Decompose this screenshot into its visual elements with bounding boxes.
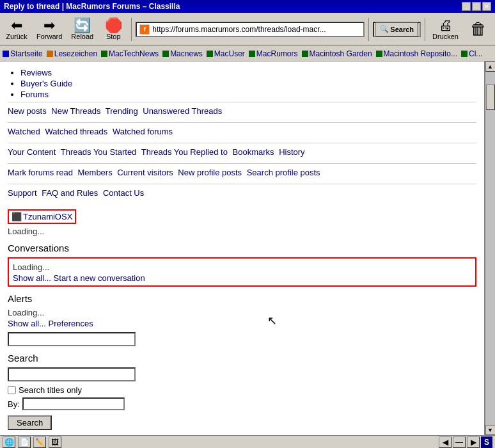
search-titles-only-checkbox[interactable] (8, 386, 16, 394)
window-controls[interactable]: _ □ × (462, 2, 491, 11)
conversations-title: Conversations (8, 243, 476, 253)
user-box[interactable]: ⬛TzunamiOSX (8, 209, 76, 224)
scrollbar-track[interactable] (485, 72, 496, 425)
nav-watched[interactable]: Watched (8, 127, 40, 136)
bookmark-mactechnews[interactable]: MacTechNews (101, 49, 159, 58)
content-wrapper: Reviews Buyer's Guide Forums New posts N… (0, 61, 495, 435)
search-toolbar-button[interactable]: 🔍 Search (375, 22, 418, 36)
alerts-links: Show all... Preferences (8, 319, 476, 328)
scroll-down-btn[interactable]: ▼ (485, 425, 496, 435)
alerts-title: Alerts (8, 293, 476, 304)
alerts-preferences[interactable]: Preferences (49, 319, 93, 328)
search-input[interactable] (8, 367, 136, 381)
bookmark-macrumors[interactable]: MacRumors (249, 49, 298, 58)
bookmark-label-2: MacTechNews (109, 49, 159, 58)
nav-forums[interactable]: Forums (20, 90, 49, 99)
reload-icon: 🔄 (74, 19, 91, 33)
nav-new-threads[interactable]: New Threads (51, 106, 100, 116)
alerts-section: Alerts Loading... Show all... Preference… (8, 293, 476, 346)
back-icon: ⬅ (11, 19, 22, 33)
nav-buyers-guide[interactable]: Buyer's Guide (20, 79, 72, 88)
status-icon-0[interactable]: 🌐 (3, 436, 15, 448)
search-by-row: By: (8, 397, 476, 410)
bookmark-icon-3 (162, 51, 169, 57)
search-submit-button[interactable]: Search (8, 415, 52, 430)
status-icon-1[interactable]: 📄 (18, 436, 31, 448)
status-right: ◀ — ▶ S (439, 436, 492, 448)
nav-new-posts[interactable]: New posts (8, 106, 47, 116)
nav-unanswered-threads[interactable]: Unanswered Threads (143, 106, 222, 116)
trash-button[interactable]: 🗑 (464, 15, 492, 44)
reload-button[interactable]: 🔄 Reload (68, 15, 97, 44)
back-button[interactable]: ⬅ Zurück (3, 15, 31, 44)
close-btn[interactable]: × (482, 2, 491, 11)
stop-icon: 🛑 (105, 19, 122, 33)
search-toolbar-area[interactable]: 🔍 Search (373, 22, 421, 37)
bookmark-label-6: Macintosh Garden (310, 49, 372, 58)
bookmark-label-0: Startseite (10, 49, 43, 58)
minimize-btn[interactable]: _ (462, 2, 471, 11)
nav-members[interactable]: Members (78, 168, 113, 177)
alerts-show-all[interactable]: Show all... (8, 319, 46, 328)
nav-trending[interactable]: Trending (106, 106, 138, 116)
nav-your-content[interactable]: Your Content (8, 147, 56, 157)
status-nav-right[interactable]: ▶ (467, 436, 480, 448)
nav-watched-threads[interactable]: Watched threads (45, 127, 107, 136)
nav-threads-started[interactable]: Threads You Started (61, 147, 137, 157)
status-bar: 🌐 📄 ✏️ 🖼 ◀ — ▶ S (0, 435, 495, 448)
bookmark-label-8: Cl... (469, 49, 482, 58)
bookmark-lesezeichen[interactable]: Lesezeichen (47, 49, 97, 58)
bookmark-icon-6 (302, 51, 308, 57)
bookmark-startseite[interactable]: Startseite (3, 49, 43, 58)
nav-contact[interactable]: Contact Us (103, 188, 144, 198)
bookmark-icon-4 (207, 51, 213, 57)
status-icon-3[interactable]: 🖼 (49, 436, 61, 448)
print-button[interactable]: 🖨 Drucken (429, 15, 462, 44)
community-links: Mark forums read Members Current visitor… (8, 163, 476, 181)
bookmark-cl[interactable]: Cl... (461, 49, 482, 58)
nav-reviews[interactable]: Reviews (20, 68, 52, 77)
bookmark-macintosh-garden[interactable]: Macintosh Garden (302, 49, 372, 58)
search-submit-label: Search (17, 418, 43, 428)
url-input[interactable] (152, 25, 361, 34)
user-link[interactable]: ⬛TzunamiOSX (12, 212, 72, 221)
user-icon: ⬛ (12, 212, 22, 221)
search-by-input[interactable] (22, 397, 125, 410)
nav-search-profile-posts[interactable]: Search profile posts (247, 168, 320, 177)
alerts-input[interactable] (8, 332, 136, 346)
user-loading: Loading... (8, 227, 476, 236)
status-nav-left[interactable]: ◀ (439, 436, 452, 448)
bookmark-macnews[interactable]: Macnews (162, 49, 203, 58)
conversations-start-new[interactable]: Start a new conversation (54, 273, 145, 283)
bookmark-macintosh-repo[interactable]: Macintosh Reposito... (376, 49, 457, 58)
nav-watched-forums[interactable]: Watched forums (113, 127, 173, 136)
print-icon: 🖨 (439, 19, 453, 33)
username: TzunamiOSX (23, 212, 72, 221)
nav-support[interactable]: Support (8, 188, 37, 198)
back-label: Zurück (6, 33, 28, 40)
scrollbar: ▲ ▼ (485, 61, 495, 435)
nav-mark-forums-read[interactable]: Mark forums read (8, 168, 73, 177)
nav-new-profile-posts[interactable]: New profile posts (178, 168, 242, 177)
bookmark-label-5: MacRumors (256, 49, 298, 58)
nav-bookmarks[interactable]: Bookmarks (233, 147, 274, 157)
forward-label: Forward (36, 33, 62, 40)
forward-button[interactable]: ➡ Forward (33, 15, 65, 44)
window-title: Reply to thread | MacRumors Forums – Cla… (4, 2, 180, 11)
conversations-show-all[interactable]: Show all... (13, 273, 51, 283)
stop-label: Stop (106, 33, 121, 40)
bookmark-icon-5 (249, 51, 255, 57)
stop-button[interactable]: 🛑 Stop (99, 15, 127, 44)
status-icon-2[interactable]: ✏️ (33, 436, 46, 448)
nav-threads-replied[interactable]: Threads You Replied to (141, 147, 228, 157)
separator-1 (131, 18, 132, 41)
bookmark-macuser[interactable]: MacUser (207, 49, 245, 58)
nav-history[interactable]: History (279, 147, 304, 157)
nav-current-visitors[interactable]: Current visitors (117, 168, 173, 177)
maximize-btn[interactable]: □ (472, 2, 481, 11)
scrollbar-thumb[interactable] (486, 84, 495, 110)
nav-faq[interactable]: FAQ and Rules (42, 188, 98, 198)
scroll-up-btn[interactable]: ▲ (485, 61, 496, 72)
url-bar[interactable]: f (136, 22, 365, 37)
search-titles-only-row: Search titles only (8, 385, 476, 395)
